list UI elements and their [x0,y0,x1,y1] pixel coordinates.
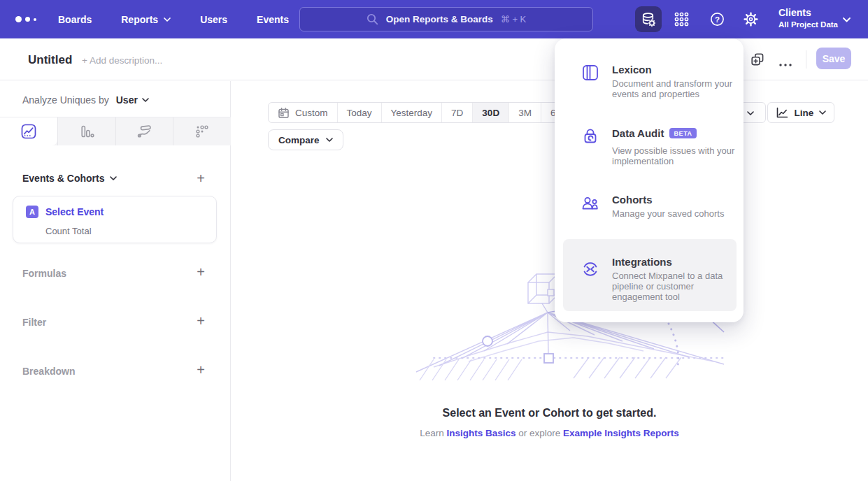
settings-button[interactable] [743,11,759,27]
cohorts-users-icon [581,194,600,213]
more-options-button[interactable] [778,57,793,70]
date-range-3m[interactable]: 3M [508,103,541,122]
query-builder-sidebar: Analyze Uniques by User [0,81,231,481]
event-letter-badge: A [26,206,38,218]
menu-item-title: Cohorts [612,194,741,206]
apps-grid-button[interactable] [674,11,690,27]
menu-item-description: Manage your saved cohorts [612,208,741,219]
project-switcher[interactable]: Clients All Project Data [778,6,838,30]
report-title[interactable]: Untitled [28,53,72,67]
nav-boards[interactable]: Boards [58,14,92,25]
save-button[interactable]: Save [816,48,851,69]
date-range-today[interactable]: Today [337,103,381,122]
chevron-down-icon [142,98,149,102]
example-insights-reports-link[interactable]: Example Insights Reports [563,428,679,438]
mixpanel-insights-app: Boards Reports Users Events Open Reports… [0,0,868,481]
or-explore-text: or explore [518,428,560,438]
breakdown-section: Breakdown [22,366,75,377]
nav-reports-label: Reports [121,14,158,25]
settings-gear-icon [743,11,759,27]
empty-state-subtext: Learn Insights Basics or explore Example… [231,428,868,438]
date-range-control: Custom Today Yesterday 7D 30D 3M 6M [268,102,574,123]
tab-metrics-grid[interactable] [173,117,231,145]
help-icon: ? [709,11,725,27]
chevron-down-icon [110,176,117,180]
tab-bar-chart[interactable] [57,117,115,145]
menu-item-title: Data Audit BETA [612,127,741,139]
divider [806,50,806,69]
event-card[interactable]: A Select Event Count Total [13,196,217,243]
select-event-label[interactable]: Select Event [45,206,104,217]
menu-item-description: Document and transform your events and p… [612,78,741,99]
insights-basics-link[interactable]: Insights Basics [446,428,515,438]
tab-line-chart[interactable] [0,117,57,145]
compare-dropdown[interactable]: Compare [268,129,343,150]
integrations-sync-icon [581,259,600,279]
help-button[interactable]: ? [709,11,725,27]
empty-state-heading: Select an Event or Cohort to get started… [231,407,868,419]
count-total-label[interactable]: Count Total [45,226,92,236]
chevron-down-icon [164,17,171,22]
menu-item-description: Connect Mixpanel to a data pipeline or c… [612,271,741,302]
beta-badge: BETA [669,128,696,138]
data-management-menu: Lexicon Document and transform your even… [555,38,744,322]
events-cohorts-header[interactable]: Events & Cohorts [22,173,117,184]
lexicon-book-icon [581,63,600,82]
add-event-button[interactable]: + [193,171,208,186]
copy-icon [750,52,765,67]
mixpanel-logo[interactable] [15,0,36,38]
top-navbar: Boards Reports Users Events Open Reports… [0,0,868,38]
date-range-30d-selected[interactable]: 30D [472,103,508,122]
search-input[interactable]: Open Reports & Boards ⌘ + K [299,7,593,31]
formulas-section: Formulas [22,268,66,279]
chevron-down-icon[interactable] [843,17,851,22]
data-management-icon [640,11,657,28]
menu-item-title: Integrations [612,256,741,268]
bar-chart-icon [79,124,94,139]
menu-item-title: Lexicon [612,64,741,76]
analyze-prefix: Analyze Uniques by [22,94,109,106]
nav-events[interactable]: Events [257,14,289,25]
filter-section: Filter [22,317,46,328]
search-placeholder: Open Reports & Boards [386,14,493,24]
project-subtitle: All Project Data [778,20,838,30]
line-chart-icon [21,124,36,139]
nav-users[interactable]: Users [200,14,227,25]
add-description-field[interactable]: + Add description... [82,55,162,66]
svg-text:?: ? [715,15,720,24]
stacked-chart-icon [136,124,152,139]
apps-grid-icon [674,11,690,27]
date-range-7d[interactable]: 7D [441,103,472,122]
menu-item-description: View possible issues with your implement… [612,145,741,166]
duplicate-button[interactable] [750,52,765,70]
analyze-value-dropdown[interactable]: User [116,94,149,106]
chevron-down-icon [819,110,826,115]
ellipsis-icon [778,63,793,67]
data-audit-icon [581,127,600,146]
chevron-down-icon [747,111,754,115]
nav-reports[interactable]: Reports [121,14,171,25]
analyze-uniques-by: Analyze Uniques by User [22,94,149,106]
learn-prefix: Learn [420,428,444,438]
add-formula-button[interactable]: + [193,264,208,280]
calendar-icon [278,107,290,119]
chart-type-tabs [0,117,231,145]
search-shortcut: ⌘ + K [501,14,527,24]
primary-nav: Boards Reports Users Events [58,0,289,38]
add-filter-button[interactable]: + [193,313,208,329]
tab-stacked-chart[interactable] [115,117,173,145]
date-range-custom[interactable]: Custom [269,103,337,122]
data-management-button[interactable] [635,6,662,32]
metrics-grid-icon [194,124,210,139]
project-title: Clients [778,6,838,20]
line-chart-icon [776,107,789,119]
add-breakdown-button[interactable]: + [193,362,208,378]
chart-style-dropdown[interactable]: Line [767,102,834,123]
search-icon [367,13,378,25]
chevron-down-icon [326,138,333,142]
date-range-yesterday[interactable]: Yesterday [381,103,442,122]
